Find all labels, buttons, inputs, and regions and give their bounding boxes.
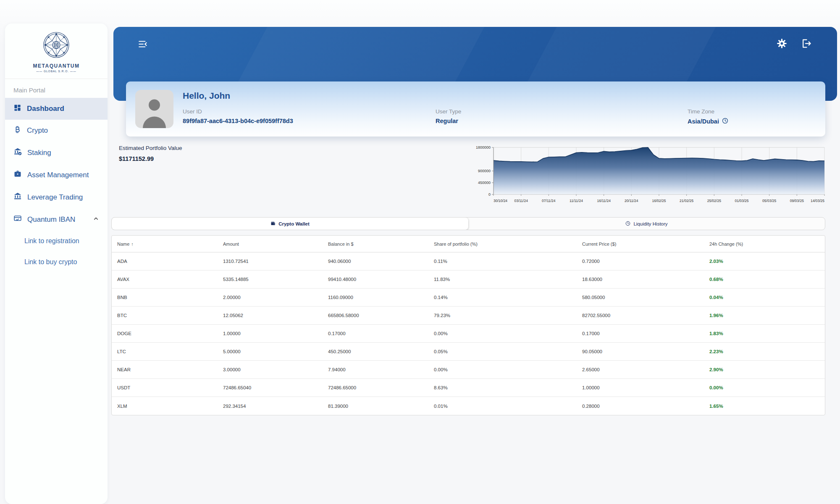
portfolio-area-chart: 0450000900000180000030/10/2403/11/2407/1… [464, 144, 829, 205]
tab-crypto-wallet[interactable]: Crypto Wallet [112, 218, 468, 230]
sidebar-item-crypto[interactable]: Crypto [5, 120, 108, 142]
column-header-amount[interactable]: Amount [218, 242, 323, 247]
balance-cell: 72486.65000 [323, 385, 428, 390]
asset-name-cell: XLM [112, 404, 218, 409]
asset-name-cell: USDT [112, 385, 218, 390]
time-zone-value: Asia/Dubai [688, 118, 719, 125]
sidebar-link-registration[interactable]: Link to registration [5, 231, 108, 252]
logo: METAQUANTUM —— GLOBAL S.R.O. —— [5, 24, 108, 79]
sidebar-item-staking[interactable]: Staking [5, 142, 108, 164]
amount-cell: 5335.14885 [218, 277, 323, 282]
user-type-value: Regular [436, 118, 461, 124]
change-cell: 0.68% [704, 277, 825, 282]
svg-text:16/11/24: 16/11/24 [597, 199, 611, 203]
asset-name-cell: LTC [112, 349, 218, 354]
price-cell: 18.63000 [577, 277, 704, 282]
price-cell: 1.00000 [577, 385, 704, 390]
logo-title: METAQUANTUM [5, 63, 108, 69]
table-row: DOGE1.000000.170000.00%0.170001.83% [112, 325, 825, 343]
change-cell: 1.96% [704, 313, 825, 318]
share-cell: 0.14% [428, 295, 577, 300]
amount-cell: 292.34154 [218, 404, 323, 409]
svg-text:09/03/25: 09/03/25 [790, 199, 804, 203]
column-header-change[interactable]: 24h Change (%) [704, 242, 825, 247]
svg-text:450000: 450000 [478, 181, 491, 185]
balance-cell: 81.39000 [323, 404, 428, 409]
change-cell: 1.83% [704, 331, 825, 336]
amount-cell: 2.00000 [218, 295, 323, 300]
share-cell: 11.83% [428, 277, 577, 282]
svg-text:1800000: 1800000 [476, 145, 491, 150]
tab-liquidity-history[interactable]: Liquidity History [468, 218, 825, 230]
table-header-row: Name↑ Amount Balance in $ Share of portf… [112, 236, 825, 252]
sidebar-item-asset-management[interactable]: Asset Management [5, 164, 108, 186]
history-clock-icon [625, 221, 630, 227]
price-cell: 580.05000 [577, 295, 704, 300]
portfolio-value-label: Estimated Portfolio Value [119, 145, 182, 151]
svg-text:07/11/24: 07/11/24 [542, 199, 556, 203]
collapse-menu-icon[interactable] [138, 39, 149, 51]
svg-text:30/10/24: 30/10/24 [494, 199, 507, 203]
table-body: ADA1310.72541940.060000.11%0.720002.03%A… [112, 252, 825, 415]
table-row: AVAX5335.1488599410.4800011.83%18.630000… [112, 270, 825, 289]
portfolio-value: $1171152.99 [119, 155, 154, 162]
svg-text:01/03/25: 01/03/25 [735, 199, 748, 203]
logo-subtitle: —— GLOBAL S.R.O. —— [5, 70, 108, 73]
amount-cell: 72486.65040 [218, 385, 323, 390]
metaquantum-logo-icon [42, 53, 70, 60]
table-row: ADA1310.72541940.060000.11%0.720002.03% [112, 252, 825, 270]
table-row: BTC12.05062665806.5800079.23%82702.55000… [112, 307, 825, 325]
bitcoin-icon [13, 126, 21, 136]
dashboard-icon [13, 104, 21, 114]
sidebar-item-leverage-trading[interactable]: Leverage Trading [5, 186, 108, 208]
asset-name-cell: AVAX [112, 277, 218, 282]
table-row: USDT72486.6504072486.650008.63%1.000000.… [112, 379, 825, 397]
amount-cell: 1310.72541 [218, 259, 323, 264]
price-cell: 0.72000 [577, 259, 704, 264]
table-row: BNB2.000001160.090000.14%580.050000.04% [112, 289, 825, 307]
sidebar-section-label: Main Portal [5, 79, 108, 98]
amount-cell: 1.00000 [218, 331, 323, 336]
dashboard-page: METAQUANTUM —— GLOBAL S.R.O. —— Main Por… [0, 0, 840, 504]
svg-text:14/03/25: 14/03/25 [811, 199, 824, 203]
card-check-icon [13, 214, 22, 225]
sidebar-item-label: Quantum IBAN [27, 215, 75, 224]
bank-shield-icon [13, 147, 22, 158]
share-cell: 0.11% [428, 259, 577, 264]
column-header-price[interactable]: Current Price ($) [577, 242, 704, 247]
user-type-label: User Type [436, 108, 461, 115]
settings-gear-icon[interactable] [776, 38, 788, 51]
price-cell: 0.28000 [577, 404, 704, 409]
clock-icon[interactable] [722, 118, 728, 125]
balance-cell: 665806.58000 [323, 313, 428, 318]
change-cell: 2.23% [704, 349, 825, 354]
share-cell: 0.05% [428, 349, 577, 354]
table-row: LTC5.00000450.250000.05%90.050002.23% [112, 343, 825, 361]
share-cell: 8.63% [428, 385, 577, 390]
balance-cell: 99410.48000 [323, 277, 428, 282]
share-cell: 0.00% [428, 331, 577, 336]
sidebar-item-label: Dashboard [27, 105, 64, 113]
svg-text:0: 0 [488, 192, 491, 197]
time-zone-label: Time Zone [688, 108, 728, 115]
avatar [135, 90, 173, 128]
balance-cell: 450.25000 [323, 349, 428, 354]
column-header-share[interactable]: Share of portfolio (%) [428, 242, 577, 247]
table-row: XLM292.3415481.390000.01%0.280001.65% [112, 397, 825, 415]
logout-icon[interactable] [801, 38, 812, 51]
user-card: Hello, John User ID 89f9fa87-aac6-4313-b… [126, 81, 825, 136]
tab-label: Crypto Wallet [278, 221, 310, 226]
column-header-name[interactable]: Name↑ [112, 242, 218, 247]
sidebar-item-quantum-iban[interactable]: Quantum IBAN [5, 208, 108, 231]
column-header-balance[interactable]: Balance in $ [323, 242, 428, 247]
svg-text:03/11/24: 03/11/24 [514, 199, 528, 203]
sidebar-item-dashboard[interactable]: Dashboard [5, 98, 108, 120]
svg-text:25/02/25: 25/02/25 [707, 199, 721, 203]
sidebar-link-buy-crypto[interactable]: Link to buy crypto [5, 252, 108, 273]
change-cell: 2.90% [704, 367, 825, 372]
change-cell: 1.65% [704, 404, 825, 409]
price-cell: 2.65000 [577, 367, 704, 372]
sidebar-item-label: Leverage Trading [27, 193, 83, 202]
wallet-icon [270, 221, 276, 227]
table-row: NEAR3.000007.940000.00%2.650002.90% [112, 361, 825, 379]
